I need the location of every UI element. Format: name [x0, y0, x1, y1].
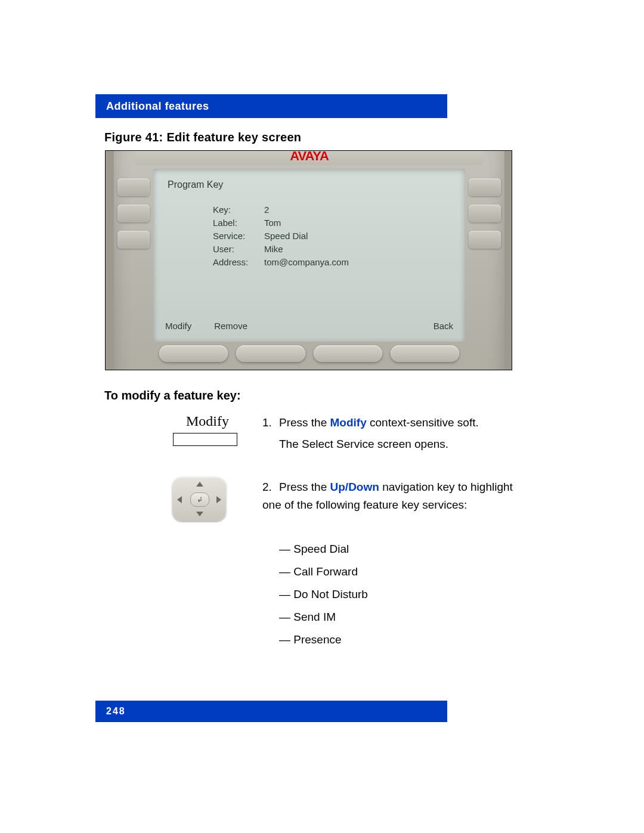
- field-key-value: 2: [264, 203, 269, 216]
- field-service-label: Service:: [213, 230, 264, 243]
- hardware-softkeys: [159, 345, 459, 363]
- step-number: 1.: [262, 414, 279, 432]
- side-key: [117, 231, 150, 249]
- field-service-value: Speed Dial: [264, 230, 308, 243]
- step-1-bold: Modify: [330, 416, 367, 429]
- bullet-do-not-disturb: — Do Not Disturb: [279, 583, 368, 606]
- arrow-up-icon: [196, 482, 203, 487]
- step-2-bold: Up/Down: [330, 481, 379, 493]
- field-user-value: Mike: [264, 243, 283, 256]
- modify-softkey-label: Modify: [186, 413, 229, 429]
- field-user-label: User:: [213, 243, 264, 256]
- side-key: [117, 178, 150, 196]
- step-number: 2.: [262, 478, 279, 496]
- field-key-label: Key:: [213, 203, 264, 216]
- softkey-modify: Modify: [165, 321, 191, 331]
- screen-heading: Program Key: [168, 179, 223, 190]
- section-header-bar: Additional features: [95, 94, 447, 118]
- field-address-label: Address:: [213, 256, 264, 269]
- hw-softkey: [236, 345, 305, 362]
- side-key: [469, 205, 501, 222]
- phone-device: AVAYA Program Key Key:2 Label:Tom Servic…: [114, 150, 504, 370]
- arrow-down-icon: [196, 512, 203, 516]
- procedure-heading: To modify a feature key:: [104, 389, 241, 402]
- figure-image: AVAYA Program Key Key:2 Label:Tom Servic…: [105, 150, 512, 370]
- field-label-label: Label:: [213, 216, 264, 230]
- side-key: [469, 231, 501, 249]
- field-label-value: Tom: [264, 216, 281, 230]
- brand-logo: AVAYA: [135, 150, 483, 165]
- arrow-right-icon: [216, 496, 221, 503]
- step-2: 2.Press the Up/Down navigation key to hi…: [262, 478, 525, 514]
- step-1-pre: Press the: [279, 416, 330, 429]
- bullet-send-im: — Send IM: [279, 606, 336, 628]
- step-1-line2: The Select Service screen opens.: [279, 435, 530, 453]
- field-address-value: tom@companya.com: [264, 256, 349, 269]
- phone-screen: Program Key Key:2 Label:Tom Service:Spee…: [153, 169, 465, 342]
- page-footer-bar: 248: [95, 701, 447, 722]
- step-1: 1.Press the Modify context-sensitive sof…: [262, 414, 537, 432]
- screen-data: Key:2 Label:Tom Service:Speed Dial User:…: [213, 203, 349, 269]
- bullet-speed-dial: — Speed Dial: [279, 538, 349, 561]
- softkey-remove: Remove: [214, 321, 247, 331]
- softkey-back: Back: [434, 321, 453, 331]
- modify-softkey-icon: [173, 433, 237, 446]
- bullet-presence: — Presence: [279, 628, 342, 651]
- bullet-call-forward: — Call Forward: [279, 561, 358, 583]
- step-2-pre: Press the: [279, 481, 330, 493]
- page-number: 248: [106, 706, 126, 717]
- enter-key-icon: ↲: [190, 493, 209, 507]
- section-title: Additional features: [106, 100, 209, 113]
- hw-softkey: [314, 345, 382, 362]
- nav-cluster-icon: ↲: [172, 477, 226, 521]
- figure-caption: Figure 41: Edit feature key screen: [104, 131, 301, 144]
- side-key: [117, 205, 150, 222]
- step-1-post: context-sensitive soft.: [367, 416, 479, 429]
- softkey-labels: Modify Remove Back: [165, 321, 453, 331]
- hw-softkey: [391, 345, 459, 362]
- arrow-left-icon: [177, 496, 182, 503]
- side-key: [469, 178, 501, 196]
- hw-softkey: [159, 345, 228, 362]
